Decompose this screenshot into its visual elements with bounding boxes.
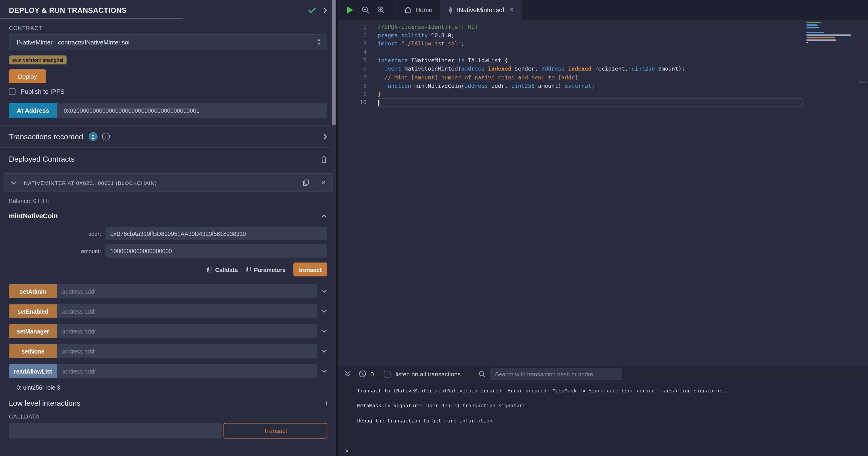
minimap[interactable] xyxy=(806,22,854,45)
method-button-setEnabled[interactable]: setEnabled xyxy=(9,304,57,318)
minimap-line xyxy=(806,25,817,26)
main-area: Home INativeMinter.sol × 12345678910 //S… xyxy=(338,0,868,456)
minimap-line xyxy=(806,37,835,38)
code-line[interactable]: pragma solidity ^0.8.0; xyxy=(378,31,868,39)
info-icon[interactable]: i xyxy=(102,133,110,140)
method-button-setNone[interactable]: setNone xyxy=(9,344,57,358)
low-level-transact-button[interactable]: Transact xyxy=(224,423,328,438)
publish-ipfs-label: Publish to IPFS xyxy=(21,88,64,95)
run-icon[interactable] xyxy=(347,6,354,14)
field-input-amount[interactable] xyxy=(105,244,327,258)
code-line[interactable] xyxy=(378,98,803,107)
publish-ipfs-row: Publish to IPFS xyxy=(9,88,327,95)
terminal-log-line[interactable]: MetaMask Tx Signature: User denied trans… xyxy=(357,403,859,408)
chevron-right-icon[interactable] xyxy=(323,134,328,140)
code-line[interactable]: // Mint [amount] number of native coins … xyxy=(378,73,868,82)
terminal-prompt[interactable]: > xyxy=(338,447,868,454)
tab-inativeminter-label: INativeMinter.sol xyxy=(457,7,504,13)
calldata-input[interactable] xyxy=(9,423,222,438)
method-input-readAllowList[interactable] xyxy=(57,364,317,378)
close-icon[interactable]: × xyxy=(509,7,514,13)
code-line[interactable]: import "./IAllowList.sol"; xyxy=(378,39,868,48)
line-number: 5 xyxy=(338,56,367,65)
terminal-search-input[interactable] xyxy=(490,368,622,380)
publish-ipfs-checkbox[interactable] xyxy=(9,88,16,95)
low-level-title: Low level interactions xyxy=(9,399,81,407)
transact-button[interactable]: transact xyxy=(293,262,327,277)
panel-scrollbar[interactable] xyxy=(332,0,336,456)
code-line[interactable]: interface INativeMinter is IAllowList { xyxy=(378,56,868,65)
contract-select[interactable]: INativeMinter - contracts/INativeMinter.… xyxy=(9,34,327,49)
chevron-down-icon[interactable] xyxy=(321,289,327,293)
zoom-out-icon[interactable] xyxy=(362,6,369,14)
chevron-down-icon[interactable] xyxy=(321,369,327,373)
line-number: 7 xyxy=(338,73,367,82)
code-lines[interactable]: //SPDX-License-Identifier: MITpragma sol… xyxy=(378,23,868,366)
call-result: 0: uint256: role 3 xyxy=(17,384,332,391)
code-line[interactable]: } xyxy=(378,90,868,98)
deployed-contracts-title: Deployed Contracts xyxy=(9,155,75,163)
tab-inativeminter[interactable]: INativeMinter.sol × xyxy=(440,0,521,20)
at-address-input[interactable] xyxy=(57,103,327,118)
method-button-setAdmin[interactable]: setAdmin xyxy=(9,284,57,298)
method-row-setEnabled: setEnabled xyxy=(9,304,327,318)
copy-icon xyxy=(246,266,251,273)
method-row-setManager: setManager xyxy=(9,324,327,338)
zoom-in-icon[interactable] xyxy=(377,6,385,14)
code-editor[interactable]: 12345678910 //SPDX-License-Identifier: M… xyxy=(338,20,868,366)
deployed-contract-title: INATIVEMINTER AT 0X020...00001 (BLOCKCHA… xyxy=(22,179,157,186)
minimap-line xyxy=(806,39,836,41)
code-line[interactable]: //SPDX-License-Identifier: MIT xyxy=(378,23,868,31)
line-number: 9 xyxy=(338,90,367,98)
code-line[interactable]: function mintNativeCoin(address addr, ui… xyxy=(378,82,868,90)
chevron-down-icon[interactable] xyxy=(321,309,327,313)
transactions-count-badge: 2 xyxy=(89,132,97,141)
field-input-addr[interactable] xyxy=(105,227,327,240)
method-button-setManager[interactable]: setManager xyxy=(9,324,57,338)
code-line[interactable] xyxy=(378,48,868,56)
field-row-amount: amount: xyxy=(9,244,327,258)
method-input-setNone[interactable] xyxy=(57,344,317,358)
text-cursor xyxy=(378,100,379,106)
chevron-down-icon[interactable] xyxy=(10,181,17,185)
method-input-setEnabled[interactable] xyxy=(57,304,317,318)
chevron-right-icon[interactable] xyxy=(323,7,328,13)
line-number: 6 xyxy=(338,65,367,73)
deployed-contract-header[interactable]: INATIVEMINTER AT 0X020...00001 (BLOCKCHA… xyxy=(4,173,332,192)
chevron-up-icon[interactable] xyxy=(321,214,327,218)
listen-checkbox[interactable] xyxy=(384,371,391,377)
double-chevron-down-icon[interactable] xyxy=(344,371,351,377)
deploy-button[interactable]: Deploy xyxy=(9,69,46,83)
method-input-setAdmin[interactable] xyxy=(57,284,317,298)
function-header-row[interactable]: mintNativeCoin xyxy=(9,212,327,220)
method-input-setManager[interactable] xyxy=(57,324,317,338)
contract-select-value: INativeMinter - contracts/INativeMinter.… xyxy=(17,39,130,46)
calldata-copy-link[interactable]: Calldata xyxy=(207,266,238,273)
copy-icon[interactable] xyxy=(303,179,309,186)
line-numbers: 12345678910 xyxy=(338,23,373,366)
method-row-readAllowList: readAllowList xyxy=(9,364,327,378)
terminal-log-line[interactable]: transact to INativeMinter.mintNativeCoin… xyxy=(357,388,859,393)
trash-icon[interactable] xyxy=(321,155,328,163)
code-line[interactable]: event NativeCoinMinted(address indexed s… xyxy=(378,65,868,73)
editor-scrollbar[interactable] xyxy=(859,82,866,83)
method-button-readAllowList[interactable]: readAllowList xyxy=(9,364,57,378)
circle-slash-icon[interactable] xyxy=(359,370,366,377)
panel-scrollbar-thumb[interactable] xyxy=(332,0,336,125)
line-number: 2 xyxy=(338,31,367,39)
info-icon[interactable]: i xyxy=(325,399,327,407)
evm-version-badge: evm version: shanghai xyxy=(9,55,67,64)
field-label-addr: addr: xyxy=(9,231,105,237)
method-row-setAdmin: setAdmin xyxy=(9,284,327,298)
tab-home[interactable]: Home xyxy=(397,0,440,20)
terminal-log-line[interactable]: Debug the transaction to get more inform… xyxy=(357,418,859,423)
close-icon[interactable]: × xyxy=(321,179,326,186)
sort-arrows-icon xyxy=(317,38,321,46)
at-address-button[interactable]: At Address xyxy=(9,103,57,118)
chevron-down-icon[interactable] xyxy=(321,329,327,333)
chevron-down-icon[interactable] xyxy=(321,349,327,353)
parameters-copy-link[interactable]: Parameters xyxy=(246,266,285,273)
evm-badge-wrap: evm version: shanghai xyxy=(9,54,327,64)
calldata-row: Transact xyxy=(9,423,327,438)
line-number: 10 xyxy=(338,98,367,107)
